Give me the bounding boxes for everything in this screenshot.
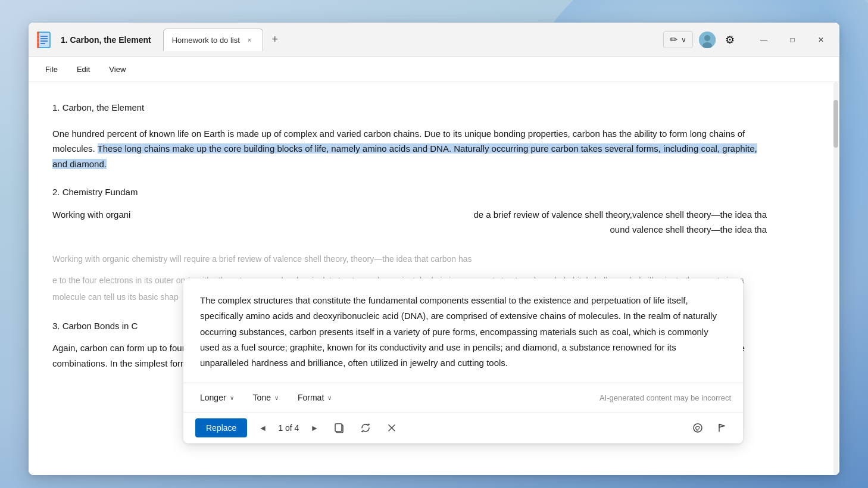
tab-add-button[interactable]: + [266, 30, 285, 49]
page-counter: 1 of 4 [278, 423, 299, 433]
scrollbar-thumb [833, 100, 838, 148]
doc-subheading-2: 2. Chemistry Fundam [52, 184, 767, 200]
tab-bar: Homework to do list × + [163, 29, 413, 51]
copilot-icon: ✏ [670, 34, 677, 45]
flag-icon[interactable] [712, 418, 731, 437]
message-icon[interactable] [688, 418, 707, 437]
format-chevron: ∨ [327, 395, 332, 401]
svg-rect-14 [335, 424, 342, 431]
longer-chevron: ∨ [230, 395, 234, 401]
copy-button[interactable] [330, 418, 349, 437]
scrollbar[interactable] [833, 82, 838, 475]
tab-homework[interactable]: Homework to do list × [163, 29, 263, 51]
menu-file[interactable]: File [38, 61, 65, 77]
para2-right: de a brief review of valence shell theor… [473, 207, 632, 223]
app-window: 1. Carbon, the Element Homework to do li… [29, 23, 839, 475]
window-title: 1. Carbon, the Element [61, 35, 151, 45]
tone-dropdown[interactable]: Tone ∨ [248, 390, 283, 405]
ai-disclaimer: AI-generated content may be incorrect [600, 393, 731, 402]
tab-close-button[interactable]: × [245, 35, 254, 45]
settings-icon[interactable]: ⚙ [722, 32, 738, 48]
doc-paragraph-1: One hundred percent of known life on Ear… [52, 126, 767, 172]
popup-close-button[interactable] [382, 418, 401, 437]
close-button[interactable]: ✕ [807, 30, 835, 49]
para2-spacer [130, 207, 473, 223]
app-icon [36, 30, 55, 49]
longer-label: Longer [200, 393, 226, 402]
copilot-chevron: ∨ [681, 36, 686, 44]
menu-edit[interactable]: Edit [70, 61, 97, 77]
format-dropdown[interactable]: Format ∨ [293, 390, 336, 405]
rewrite-toolbar: Longer ∨ Tone ∨ Format ∨ AI-generated co… [183, 383, 743, 412]
tone-label: Tone [253, 393, 271, 402]
svg-point-17 [694, 424, 702, 432]
avatar[interactable] [699, 32, 716, 48]
toolbar-right: ✏ ∨ ⚙ [663, 31, 738, 48]
copilot-button[interactable]: ✏ ∨ [663, 31, 693, 48]
refresh-button[interactable] [356, 418, 375, 437]
menu-bar: File Edit View [29, 57, 839, 82]
tone-chevron: ∨ [274, 395, 279, 401]
doc-heading-1: 1. Carbon, the Element [52, 100, 767, 115]
para2-spacer2 [52, 222, 610, 237]
rewrite-content: The complex structures that constitute t… [183, 279, 743, 383]
title-bar: 1. Carbon, the Element Homework to do li… [29, 23, 839, 57]
replace-button[interactable]: Replace [195, 418, 247, 437]
paragraph-1-highlighted: These long chains make up the core build… [52, 143, 757, 169]
doc-paragraph-2: Working with organi de a brief review of… [52, 207, 767, 237]
longer-dropdown[interactable]: Longer ∨ [195, 390, 239, 405]
actions-right [688, 418, 731, 437]
rewrite-popup: The complex structures that constitute t… [183, 279, 743, 443]
tab-label: Homework to do list [172, 36, 240, 45]
para2-left2: valence shell theory—the idea tha [632, 207, 767, 223]
minimize-button[interactable]: — [750, 30, 778, 49]
window-controls: — □ ✕ [750, 30, 835, 49]
rewrite-text: The complex structures that constitute t… [200, 295, 717, 368]
svg-rect-6 [37, 32, 39, 48]
para2-segment: Working with organi [52, 207, 130, 223]
svg-rect-0 [38, 32, 50, 48]
svg-point-11 [704, 35, 710, 41]
rewrite-actions: Replace ◄ 1 of 4 ► [183, 412, 743, 443]
menu-view[interactable]: View [102, 61, 133, 77]
content-area: 1. Carbon, the Element One hundred perce… [29, 82, 839, 475]
next-button[interactable]: ► [306, 420, 323, 436]
para2-right2: ound valence shell theory—the idea tha [610, 222, 767, 237]
maximize-button[interactable]: □ [779, 30, 806, 49]
prev-button[interactable]: ◄ [254, 420, 271, 436]
format-label: Format [298, 393, 324, 402]
